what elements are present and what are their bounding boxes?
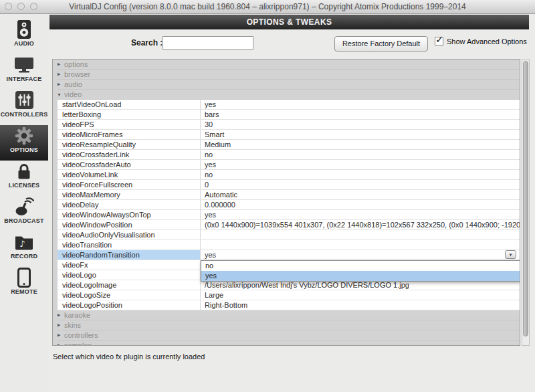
sidebar-item-broadcast[interactable]: BROADCAST: [0, 196, 48, 231]
record-folder-icon: ♪: [0, 231, 48, 252]
tree-category-label: video: [64, 90, 82, 98]
sidebar-item-audio[interactable]: AUDIO: [0, 19, 48, 54]
table-row[interactable]: videoWindowAlwaysOnTopyes: [58, 210, 520, 220]
tree-category-label: samples: [64, 341, 92, 346]
setting-name-cell: letterBoxing: [58, 110, 201, 119]
sidebar-item-label: RECORD: [0, 253, 48, 260]
sidebar-item-label: INTERFACE: [0, 76, 48, 82]
tree-category-skins[interactable]: ▶skins: [53, 320, 520, 330]
table-row[interactable]: videoCrossfaderLinkno: [58, 150, 520, 160]
sidebar-item-controllers[interactable]: CONTROLLERS: [0, 90, 48, 125]
setting-name-cell: videoAudioOnlyVisualisation: [58, 230, 201, 239]
sidebar-item-remote[interactable]: REMOTE: [0, 267, 48, 302]
table-row[interactable]: videoMicroFramesSmart: [58, 130, 520, 140]
sidebar-item-label: BROADCAST: [0, 217, 48, 224]
sliders-icon: [0, 90, 48, 110]
table-row[interactable]: videoMaxMemoryAutomatic: [58, 190, 520, 200]
setting-name-cell: videoLogo: [58, 270, 201, 280]
setting-name-cell: videoVolumeLink: [58, 170, 201, 179]
chevron-right-icon: ▶: [57, 312, 64, 318]
dropdown-option-no[interactable]: no: [201, 261, 520, 271]
tree-category-label: audio: [64, 80, 82, 88]
window-controls: [5, 3, 37, 10]
tree-category-video[interactable]: ▼video: [53, 90, 520, 100]
setting-value-cell: [201, 240, 520, 250]
value-dropdown-button[interactable]: ▼: [505, 250, 516, 259]
sidebar-item-record[interactable]: ♪RECORD: [0, 231, 48, 267]
table-row[interactable]: videoResampleQualityMedium: [58, 140, 520, 150]
table-row[interactable]: videoLogoPositionRight-Bottom: [58, 300, 520, 310]
setting-name-cell: videoWindowAlwaysOnTop: [58, 210, 201, 219]
setting-name-cell: videoFx: [58, 260, 201, 270]
table-row[interactable]: videoForceFullscreen0: [58, 180, 520, 190]
setting-value-cell: Smart: [201, 130, 520, 139]
table-row[interactable]: videoDelay0.000000: [58, 200, 520, 210]
minimize-window-button[interactable]: [17, 3, 25, 10]
tree-indent-strip: [53, 60, 58, 345]
tree-category-controllers[interactable]: ▶controllers: [53, 330, 520, 340]
tree-category-samples[interactable]: ▶samples: [53, 340, 520, 346]
chevron-right-icon: ▶: [57, 62, 64, 67]
setting-name-cell: videoResampleQuality: [58, 140, 201, 149]
tree-category-label: controllers: [64, 331, 98, 339]
setting-value-cell: yes: [201, 160, 520, 169]
sidebar-item-options[interactable]: OPTIONS: [0, 125, 48, 161]
chevron-down-icon: ▼: [57, 92, 64, 97]
sidebar-item-label: AUDIO: [0, 40, 48, 47]
setting-value-cell: 0.000000: [201, 200, 520, 209]
options-tweaks-header: OPTIONS & TWEAKS: [49, 15, 529, 29]
sidebar: AUDIOINTERFACECONTROLLERSOPTIONSLICENSES…: [0, 14, 48, 392]
table-row[interactable]: videoCrossfaderAutoyes: [58, 160, 520, 170]
table-row[interactable]: letterBoxingbars: [58, 110, 520, 120]
tree-category-karaoke[interactable]: ▶karaoke: [53, 310, 520, 320]
setting-name-cell: videoCrossfaderAuto: [58, 160, 201, 169]
title-bar: VirtualDJ Config (version 8.0.0 mac buil…: [0, 0, 535, 14]
table-row[interactable]: videoAudioOnlyVisualisation: [58, 230, 520, 240]
setting-value-cell: yes▼: [201, 250, 520, 260]
setting-value-cell: (0x0 1440x900)=1039x554 401x307, (0x22 1…: [201, 220, 520, 229]
setting-value-cell: no: [201, 170, 520, 179]
setting-name-cell: videoFPS: [58, 120, 201, 129]
tree-category-options[interactable]: ▶options: [53, 60, 520, 70]
settings-table-rows: ▶options▶browser▶audio▼videostartVideoOn…: [53, 60, 520, 346]
table-row[interactable]: videoWindowPosition(0x0 1440x900)=1039x5…: [58, 220, 520, 230]
settings-table: ▶options▶browser▶audio▼videostartVideoOn…: [52, 59, 520, 346]
table-row[interactable]: videoTransition: [58, 240, 520, 250]
vertical-scrollbar[interactable]: [522, 59, 530, 346]
tree-category-audio[interactable]: ▶audio: [53, 80, 520, 90]
table-row[interactable]: videoVolumeLinkno: [58, 170, 520, 180]
window-title: VirtualDJ Config (version 8.0.0 mac buil…: [0, 0, 535, 13]
tree-category-label: skins: [64, 321, 81, 329]
sidebar-item-label: LICENSES: [0, 182, 48, 189]
broadcast-icon: [0, 196, 48, 217]
chevron-right-icon: ▶: [57, 342, 64, 346]
speaker-icon: [0, 19, 48, 39]
setting-name-cell: videoDelay: [58, 200, 201, 209]
table-row[interactable]: videoLogoImage/Users/alixrippon/West Ind…: [58, 280, 520, 290]
scrollbar-thumb[interactable]: [523, 61, 528, 336]
tree-category-browser[interactable]: ▶browser: [53, 70, 520, 80]
search-input[interactable]: [163, 36, 253, 50]
table-row[interactable]: videoLogoSizeLarge: [58, 290, 520, 300]
tree-category-label: karaoke: [64, 311, 90, 319]
dropdown-option-yes[interactable]: yes: [201, 271, 520, 281]
zoom-window-button[interactable]: [30, 3, 37, 10]
restore-factory-default-button[interactable]: Restore Factory Default: [334, 36, 428, 52]
table-row[interactable]: startVideoOnLoadyes: [58, 100, 520, 110]
setting-name-cell: startVideoOnLoad: [58, 100, 201, 109]
sidebar-item-label: OPTIONS: [0, 146, 48, 153]
chevron-right-icon: ▶: [57, 82, 64, 87]
show-advanced-options-checkbox[interactable]: ✓: [435, 37, 443, 45]
close-window-button[interactable]: [5, 3, 12, 10]
tablet-icon: [0, 267, 48, 288]
table-row[interactable]: videoRandomTransitionyes▼: [58, 250, 520, 260]
setting-name-cell: videoForceFullscreen: [58, 180, 201, 189]
sidebar-item-interface[interactable]: INTERFACE: [0, 54, 48, 90]
table-row[interactable]: videoFPS30: [58, 120, 520, 130]
setting-name-cell: videoLogoSize: [58, 290, 201, 300]
sidebar-item-licenses[interactable]: LICENSES: [0, 161, 48, 196]
setting-name-cell: videoLogoImage: [58, 280, 201, 290]
setting-value-cell: /Users/alixrippon/West Indj's Vybz/LOGO …: [201, 280, 520, 290]
setting-name-cell: videoTransition: [58, 240, 201, 250]
value-dropdown-popup: noyes: [201, 260, 520, 282]
